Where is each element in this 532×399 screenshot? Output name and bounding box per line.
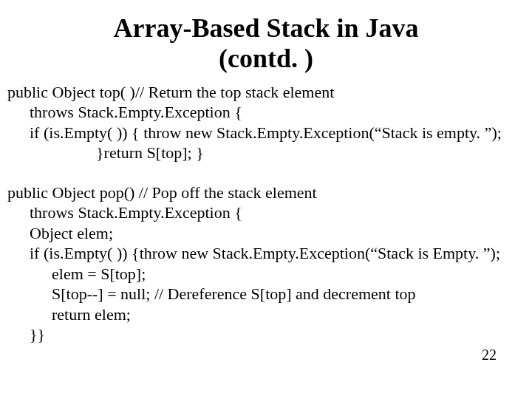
top-method-throws: throws Stack.Empty.Exception { (7, 102, 529, 123)
top-method-if: if (is.Empty( )) { throw new Stack.Empty… (7, 123, 529, 143)
pop-method-decl: Object elem; (7, 223, 529, 244)
slide: Array-Based Stack in Java (contd. ) publ… (0, 0, 532, 399)
pop-method-return: return elem; (7, 304, 529, 325)
top-method-return: }return S[top]; } (7, 143, 529, 163)
page-number: 22 (482, 347, 497, 364)
title-line-2: (contd. ) (0, 44, 532, 74)
slide-body: public Object top( )// Return the top st… (0, 82, 532, 345)
pop-method-close: }} (7, 324, 529, 345)
pop-method-assign: elem = S[top]; (7, 264, 529, 284)
slide-title: Array-Based Stack in Java (contd. ) (0, 0, 532, 82)
pop-method-throws: throws Stack.Empty.Exception { (7, 202, 529, 223)
blank-line (7, 163, 529, 183)
pop-method-null: S[top--] = null; // Dereference S[top] a… (7, 284, 529, 304)
title-line-1: Array-Based Stack in Java (0, 13, 532, 44)
pop-method-if: if (is.Empty( )) {throw new Stack.Empty.… (7, 243, 529, 264)
pop-method-signature: public Object pop() // Pop off the stack… (7, 183, 529, 203)
top-method-signature: public Object top( )// Return the top st… (7, 82, 529, 103)
